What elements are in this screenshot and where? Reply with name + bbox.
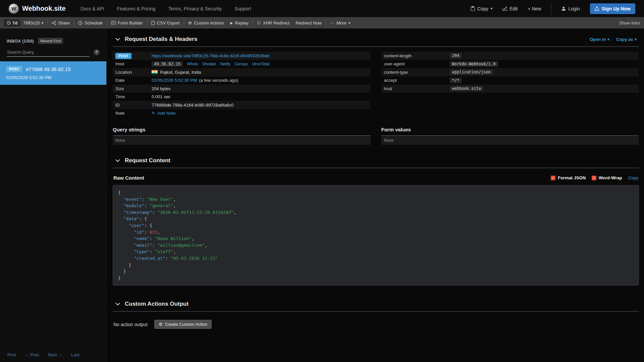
top-navbar: W Webhook.site Docs & API Features & Pri… (0, 0, 644, 17)
copy-content-link[interactable]: Copy (628, 175, 638, 180)
toolbar-separator (47, 19, 48, 26)
replay-button[interactable]: ▶ Replay (230, 20, 249, 25)
pagination-next[interactable]: Next → (48, 352, 62, 357)
copy-menu[interactable]: Copy ▾ (471, 6, 492, 11)
section-title: Request Details & Headers (125, 36, 197, 43)
query-strings-empty: None (113, 136, 371, 145)
checkbox-checked-icon: ✓ (592, 176, 596, 180)
section-title: Custom Actions Output (125, 301, 189, 307)
shodan-link[interactable]: Shodan (202, 62, 216, 66)
date-relative: (a few seconds ago) (199, 78, 238, 83)
nav-link-terms[interactable]: Terms, Privacy & Security (168, 6, 222, 11)
xhr-redirect-button[interactable]: XHR Redirect (257, 20, 289, 25)
webhook-logo-icon: W (9, 4, 19, 14)
time-value: 0.001 sec (152, 94, 170, 99)
table-row-size: Size 204 bytes (113, 84, 371, 93)
create-custom-action-label: Create Custom Action (165, 322, 207, 327)
schedule-label: Schedule (85, 20, 103, 25)
share-button[interactable]: Share (52, 20, 70, 25)
login-button[interactable]: Login (561, 6, 580, 11)
more-label: More (336, 20, 346, 25)
custom-actions-button[interactable]: ⚙ Custom Actions (188, 20, 224, 25)
nav-link-pricing[interactable]: Features & Pricing (117, 6, 155, 11)
format-json-label: Format JSON (558, 175, 586, 180)
nav-link-support[interactable]: Support (234, 6, 251, 11)
word-wrap-label: Word-Wrap (599, 175, 622, 180)
csv-export-button[interactable]: CSV Export (151, 20, 180, 25)
query-strings-section: Query strings None (113, 127, 371, 145)
query-strings-title: Query strings (113, 127, 371, 136)
play-icon: ▶ (230, 21, 233, 25)
netify-link[interactable]: Netify (220, 62, 230, 66)
header-row: user-agent Workdo-Webhook/1.0 (381, 60, 639, 68)
share-label: Share (58, 20, 70, 25)
word-wrap-checkbox[interactable]: ✓ Word-Wrap (592, 175, 622, 180)
pagination-last[interactable]: Last (71, 352, 79, 357)
format-json-checkbox[interactable]: ✓ Format JSON (551, 175, 586, 180)
show-intro-link[interactable]: Show Intro (619, 20, 640, 25)
raw-content-code[interactable]: { "event": "New User", "module": "genera… (113, 185, 639, 286)
add-note-link[interactable]: Add Note (157, 111, 175, 116)
chevron-down-icon: ▾ (607, 37, 609, 42)
create-custom-action-button[interactable]: ⚙ Create Custom Action (154, 320, 212, 329)
clock-icon (7, 21, 11, 25)
search-input[interactable] (7, 48, 90, 57)
retention-badge[interactable]: 7d (4, 19, 20, 26)
form-builder-button[interactable]: Form Builder (111, 20, 143, 25)
box-arrow-up-icon (595, 6, 599, 11)
gear-icon: ⚙ (188, 20, 192, 25)
new-button[interactable]: + New (528, 6, 541, 11)
censys-link[interactable]: Censys (234, 62, 248, 66)
request-content-header: Request Content (113, 153, 639, 168)
request-url-link[interactable]: https://webhook.site/78ff3c25-7feb-4c8e-… (152, 53, 269, 58)
schedule-button[interactable]: Schedule (78, 20, 103, 25)
request-list-item-selected[interactable]: POST #77688 49.36.82.15 02/05/2026 5:52:… (0, 61, 106, 85)
token-dropdown[interactable]: 78ff3c25 ▾ (23, 20, 43, 25)
table-row-host: Host 49.36.82.15 Whois Shodan Netify Cen… (113, 60, 371, 68)
csv-export-label: CSV Export (157, 20, 180, 25)
search-help-icon[interactable]: ? (94, 49, 100, 55)
whois-link[interactable]: Whois (187, 62, 198, 66)
header-row: host webhook.site (381, 84, 639, 93)
share-icon (52, 21, 56, 25)
more-menu[interactable]: ⋯ More ▾ (330, 20, 350, 25)
virustotal-link[interactable]: VirusTotal (252, 62, 269, 66)
open-in-dropdown[interactable]: Open in ▾ (590, 37, 609, 42)
request-detail-panel: Request Details & Headers Open in ▾ Copy… (107, 28, 644, 362)
date-link[interactable]: 02/05/2026 5:52:30 PM (152, 78, 197, 83)
nav-link-docs[interactable]: Docs & API (80, 6, 104, 11)
raw-content-title: Raw Content (113, 175, 144, 181)
sign-up-label: Sign Up Now (602, 6, 631, 11)
checkbox-checked-icon: ✓ (551, 176, 555, 180)
chevron-down-icon: ▾ (635, 37, 637, 42)
toolbar-separator (107, 19, 107, 26)
clipboard-icon (471, 6, 475, 11)
brand[interactable]: W Webhook.site (9, 4, 66, 14)
toolbar-separator (147, 19, 147, 26)
request-item-title: #77688 49.36.82.15 (26, 66, 70, 72)
pencil-icon: ✎ (152, 111, 155, 116)
box-arrow-icon (257, 21, 261, 25)
sign-up-button[interactable]: Sign Up Now (590, 3, 635, 14)
clock-icon (78, 21, 83, 25)
toolbar-separator (326, 19, 326, 26)
form-builder-icon (111, 21, 116, 25)
collapse-chevron-icon[interactable] (115, 38, 120, 41)
request-id-value: 776888db-798a-4164-b080-89728a6fa6c0 (152, 103, 233, 108)
edit-button[interactable]: Edit (502, 6, 518, 11)
copy-as-dropdown[interactable]: Copy as ▾ (616, 37, 637, 42)
redirect-now-button[interactable]: Redirect Now (296, 20, 322, 25)
pagination-prev[interactable]: ← Prev (24, 352, 39, 357)
table-row-url: POST https://webhook.site/78ff3c25-7feb-… (113, 52, 371, 60)
inbox-pagination: First ← Prev Next → Last (7, 352, 79, 357)
collapse-chevron-icon[interactable] (115, 302, 120, 306)
sort-order-toggle[interactable]: Newest First (38, 38, 63, 44)
table-row-location: Location Rajkot, Gujarat, India (113, 68, 371, 76)
collapse-chevron-icon[interactable] (115, 159, 120, 162)
new-button-label: + New (528, 6, 541, 11)
xhr-redirect-label: XHR Redirect (263, 20, 289, 25)
file-icon (151, 21, 155, 25)
login-button-label: Login (568, 6, 580, 11)
method-badge: POST (6, 66, 22, 72)
pagination-first[interactable]: First (7, 352, 16, 357)
